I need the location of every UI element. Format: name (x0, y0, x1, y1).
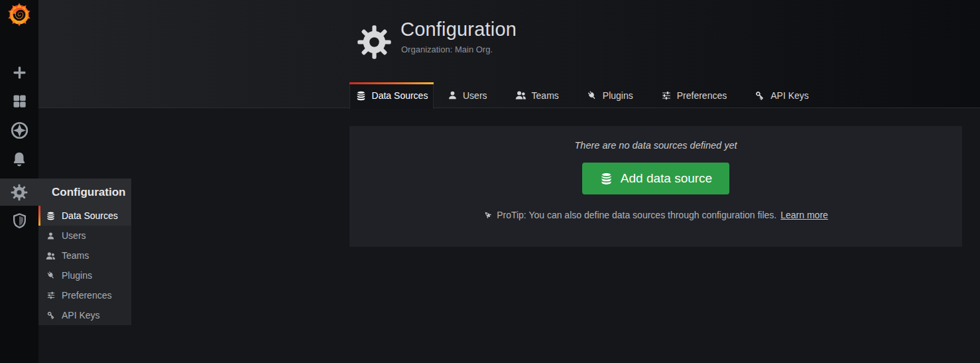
plug-icon (46, 271, 56, 280)
flyout-title[interactable]: Configuration (38, 179, 131, 206)
protip-text: ProTip: You can also define data sources… (497, 210, 776, 220)
database-icon (599, 172, 613, 186)
users-icon (46, 251, 56, 261)
empty-state-message: There are no data sources defined yet (574, 140, 737, 151)
plus-icon (11, 64, 28, 81)
sidebar (0, 0, 38, 363)
shield-icon (11, 212, 28, 229)
compass-icon (11, 121, 29, 139)
flyout-item-users[interactable]: Users (38, 226, 131, 246)
users-icon (515, 90, 526, 101)
gear-icon (11, 184, 28, 201)
key-icon (46, 311, 56, 320)
tab-users[interactable]: Users (434, 82, 501, 108)
database-icon (355, 90, 367, 102)
flyout-item-api-keys[interactable]: API Keys (38, 305, 131, 325)
page-subtitle: Organization: Main Org. (401, 44, 493, 54)
tab-preferences[interactable]: Preferences (647, 82, 741, 108)
gear-icon (357, 25, 392, 62)
page-title: Configuration (400, 19, 517, 40)
flyout-item-teams[interactable]: Teams (38, 246, 131, 265)
learn-more-link[interactable]: Learn more (780, 210, 828, 220)
sidebar-item-configuration[interactable] (0, 179, 38, 206)
tab-teams[interactable]: Teams (501, 82, 573, 108)
flyout-item-plugins[interactable]: Plugins (38, 265, 131, 285)
protip: ProTip: You can also define data sources… (483, 210, 828, 220)
key-icon (755, 90, 765, 101)
sidebar-item-server-admin[interactable] (0, 206, 38, 234)
sidebar-item-alerting[interactable] (0, 145, 38, 173)
configuration-flyout-menu: Configuration Data Sources Users Teams P… (38, 179, 131, 325)
database-icon (46, 211, 56, 221)
flyout-item-preferences[interactable]: Preferences (38, 285, 131, 305)
grafana-logo[interactable] (0, 1, 38, 28)
flyout-item-data-sources[interactable]: Data Sources (38, 206, 131, 226)
tab-data-sources[interactable]: Data Sources (349, 82, 434, 109)
sidebar-item-create[interactable] (0, 58, 38, 86)
sliders-icon (661, 90, 672, 101)
plug-icon (587, 90, 597, 101)
empty-list-panel: There are no data sources defined yet Ad… (349, 126, 962, 247)
add-data-source-button[interactable]: Add data source (582, 163, 729, 194)
sidebar-item-explore[interactable] (0, 116, 38, 144)
bell-icon (11, 151, 28, 168)
tab-plugins[interactable]: Plugins (573, 82, 647, 108)
apps-icon (11, 93, 28, 109)
active-tab-accent (349, 82, 434, 84)
sliders-icon (46, 291, 56, 300)
rocket-icon (483, 210, 493, 220)
tab-bar: Data Sources Users Teams Plugins Prefere… (349, 82, 823, 108)
user-icon (448, 90, 458, 100)
tab-api-keys[interactable]: API Keys (741, 82, 823, 108)
user-icon (46, 232, 56, 240)
sidebar-item-dashboards[interactable] (0, 87, 38, 115)
